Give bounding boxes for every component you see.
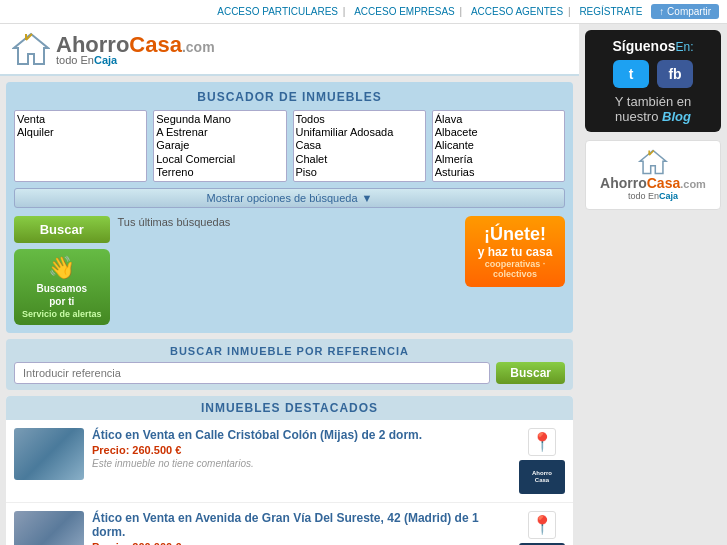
ref-input[interactable] [14,362,490,384]
top-bar: ACCESO PARTICULARES | ACCESO EMPRESAS | … [0,0,727,24]
property-title-1[interactable]: Ático en Venta en Calle Cristóbal Colón … [92,428,511,442]
tipo-inmueble-select-box: Todos Unifamiliar Adosada Casa Chalet Pi… [293,110,426,182]
right-logo-text: AhorroCasa.com [600,175,706,191]
search-panel: BUSCADOR DE INMUEBLES Venta Alquiler Seg… [6,82,573,333]
property-actions-1: 📍 AhorroCasa [519,428,565,494]
buscar-button[interactable]: Buscar [14,216,110,243]
featured-title: INMUEBLES DESTACADOS [6,396,573,420]
logo-text-block: AhorroCasa.com todo EnCaja [56,32,215,66]
property-item-1: Ático en Venta en Calle Cristóbal Colón … [6,420,573,503]
svg-marker-3 [640,151,666,174]
property-price-2: Precio: 200.000 € [92,541,511,545]
tipo-operacion-select-box: Venta Alquiler [14,110,147,182]
main-layout: AhorroCasa.com todo EnCaja BUSCADOR DE I… [0,24,727,545]
property-actions-2: 📍 AhorroCasa [519,511,565,545]
blog-text: Y también en nuestro Blog [593,94,713,124]
facebook-icon[interactable]: fb [657,60,693,88]
ultimas-busquedas-label: Tus últimas búsquedas [118,216,457,228]
site-header: AhorroCasa.com todo EnCaja [0,24,579,76]
left-column: AhorroCasa.com todo EnCaja BUSCADOR DE I… [0,24,579,545]
right-logo-box: AhorroCasa.com todo EnCaja [585,140,721,210]
share-button[interactable]: ↑ Compartir [651,4,719,19]
tipo-operacion-select[interactable]: Venta Alquiler [15,111,146,181]
registrate-link[interactable]: REGÍSTRATE [579,6,642,17]
provincia-select[interactable]: Álava Albacete Alicante Almería Asturias [433,111,564,181]
unete-sub: y haz tu casa [477,245,553,259]
acceso-particulares-link[interactable]: ACCESO PARTICULARES [217,6,338,17]
twitter-icon[interactable]: t [613,60,649,88]
featured-panel: INMUEBLES DESTACADOS Ático en Venta en C… [6,396,573,545]
right-sidebar: SíguenosEn: t fb Y también en nuestro Bl… [579,24,727,545]
brand-logo-1: AhorroCasa [519,460,565,494]
svg-marker-0 [14,34,48,64]
property-comment-1: Este inmueble no tiene comentarios. [92,458,511,469]
social-box: SíguenosEn: t fb Y también en nuestro Bl… [585,30,721,132]
ref-row: Buscar [14,362,565,384]
map-icon-2[interactable]: 📍 [528,511,556,539]
ref-buscar-button[interactable]: Buscar [496,362,565,384]
property-info-1: Ático en Venta en Calle Cristóbal Colón … [92,428,511,469]
estado-inmueble-select-box: Segunda Mano A Estrenar Garaje Local Com… [153,110,286,182]
property-thumb-1 [14,428,84,480]
acceso-agentes-link[interactable]: ACCESO AGENTES [471,6,563,17]
mostrar-opciones-button[interactable]: Mostrar opciones de búsqueda ▼ [14,188,565,208]
acceso-empresas-link[interactable]: ACCESO EMPRESAS [354,6,455,17]
property-thumb-2 [14,511,84,545]
search-panel-title: BUSCADOR DE INMUEBLES [14,90,565,104]
search-actions: Buscar 👋 Buscamos por ti Servicio de ale… [14,216,565,325]
buscamos-box[interactable]: 👋 Buscamos por ti Servicio de alertas [14,249,110,325]
estado-inmueble-select[interactable]: Segunda Mano A Estrenar Garaje Local Com… [154,111,285,181]
social-icons: t fb [593,60,713,88]
property-info-2: Ático en Venta en Avenida de Gran Vía De… [92,511,511,545]
property-price-1: Precio: 260.500 € [92,444,511,456]
siguenos-label: SíguenosEn: [593,38,713,54]
right-logo-house-icon [637,149,669,175]
right-logo-subtitle: todo EnCaja [628,191,678,201]
ref-panel: BUSCAR INMUEBLE POR REFERENCIA Buscar [6,339,573,390]
property-item-2: Ático en Venta en Avenida de Gran Vía De… [6,503,573,545]
unete-title: ¡Únete! [477,224,553,245]
unete-box[interactable]: ¡Únete! y haz tu casa cooperativas · col… [465,216,565,287]
map-icon-1[interactable]: 📍 [528,428,556,456]
ref-panel-title: BUSCAR INMUEBLE POR REFERENCIA [14,345,565,357]
provincia-select-box: Álava Albacete Alicante Almería Asturias [432,110,565,182]
selects-row: Venta Alquiler Segunda Mano A Estrenar G… [14,110,565,182]
tipo-inmueble-select[interactable]: Todos Unifamiliar Adosada Casa Chalet Pi… [294,111,425,181]
hand-icon: 👋 [48,255,75,281]
unete-sub2: cooperativas · colectivos [477,259,553,279]
chevron-down-icon: ▼ [362,192,373,204]
property-title-2[interactable]: Ático en Venta en Avenida de Gran Vía De… [92,511,511,539]
logo-area: AhorroCasa.com todo EnCaja [12,32,567,66]
logo-house-icon [12,32,50,66]
